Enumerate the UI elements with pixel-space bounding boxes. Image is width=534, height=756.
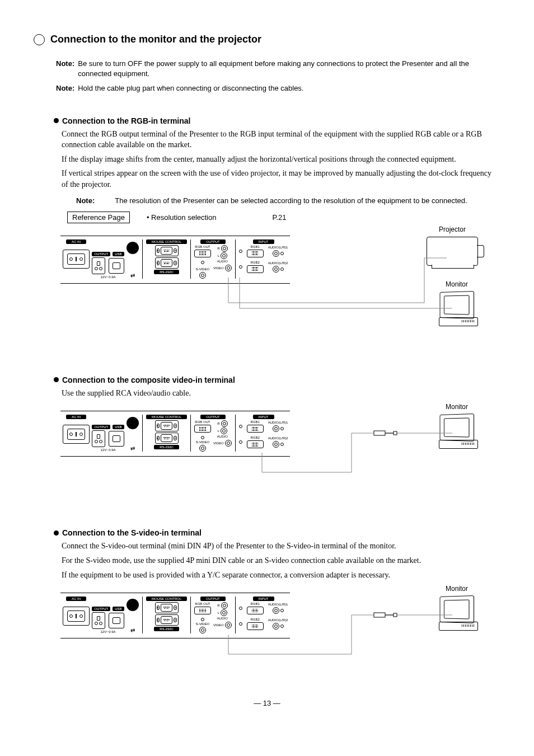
label-input: INPUT: [253, 240, 274, 244]
svg-rect-1: [394, 431, 397, 435]
page-heading: Connection to the monitor and the projec…: [34, 34, 500, 45]
label-acin: AC IN: [66, 240, 86, 244]
reference-page: P.21: [272, 213, 286, 222]
section-1-p2: If the display image shifts from the cen…: [62, 154, 495, 165]
section-3-p1: Connect the S-video-out terminal (mini D…: [62, 541, 495, 552]
label-l: L: [218, 254, 219, 257]
section-1-p1: Connect the RGB output terminal of the P…: [62, 129, 495, 151]
section-3-heading: Connection to the S-video-in terminal: [54, 528, 500, 537]
monitor-icon: [439, 292, 475, 326]
section-3-p2: For the S-video mode, use the supplied 4…: [62, 555, 495, 566]
label-projector: Projector: [439, 226, 466, 233]
label-monitor: Monitor: [446, 585, 468, 593]
projector-icon: [427, 237, 478, 266]
section-3-title: Connection to the S-video-in terminal: [62, 528, 202, 537]
section-2-title: Connection to the composite video-in ter…: [62, 375, 235, 384]
bullet-icon: [54, 118, 59, 123]
page-number: — 13 —: [34, 699, 500, 707]
label-monitor: Monitor: [446, 403, 468, 411]
note-2: Note: Hold the cable plug part when conn…: [56, 83, 500, 93]
label-audio: AUDIO: [217, 260, 228, 263]
section-1-title: Connection to the RGB-in terminal: [62, 116, 190, 125]
label-video: VIDEO: [213, 266, 224, 270]
diagram-3: AC IN OUTPUT USB: [60, 587, 500, 671]
monitor-icon: [439, 414, 475, 449]
connector-panel: AC IN OUTPUT USB: [60, 593, 290, 638]
reference-box: Reference Page: [67, 212, 130, 223]
heading-text: Connection to the monitor and the projec…: [50, 34, 261, 45]
section-1-note: Note: The resolution of the Presenter ca…: [76, 196, 500, 206]
label-svideo: S-VIDEO: [196, 267, 210, 271]
label-output-section: OUTPUT: [200, 240, 226, 244]
connector-panel: AC IN OUTPUT USB: [60, 236, 290, 284]
section-2-heading: Connection to the composite video-in ter…: [54, 375, 500, 384]
section-1-heading: Connection to the RGB-in terminal: [54, 116, 500, 125]
label-output-small: OUTPUT: [92, 252, 110, 256]
label-volt: 12V⎓0.9A: [100, 275, 115, 279]
diagram-2: AC IN OUTPUT USB: [60, 405, 500, 489]
label-rgb1: RGB1: [251, 245, 260, 248]
diagram-1: AC IN OUTPUT USB: [60, 230, 500, 342]
circle-bullet-icon: [34, 34, 45, 45]
label-usb: USB: [113, 252, 124, 256]
section-1-p3: If vertical stripes appear on the screen…: [62, 168, 495, 190]
label-audio2: AUDIO(L/R)2: [268, 261, 288, 265]
bullet-icon: [54, 530, 59, 536]
svg-rect-3: [394, 613, 397, 617]
label-rs232c: RS-232C: [154, 270, 179, 274]
note-label: Note:: [56, 59, 74, 79]
connector-panel: AC IN OUTPUT USB: [60, 411, 290, 457]
note-text: Hold the cable plug part when connecting…: [78, 83, 303, 93]
svg-rect-2: [374, 613, 385, 617]
label-audio1: AUDIO(L/R)1: [268, 246, 288, 249]
label-rgbout: RGB OUT: [195, 245, 210, 248]
monitor-icon: [439, 596, 475, 631]
reference-row: Reference Page • Resolution selection P.…: [67, 212, 500, 223]
label-rgb2: RGB2: [251, 261, 260, 264]
section-3-p3: If the equipment to be used is provided …: [62, 570, 495, 581]
note-label: Note:: [56, 83, 74, 93]
reference-item: • Resolution selection: [147, 213, 217, 222]
note-1: Note: Be sure to turn OFF the power supp…: [56, 59, 500, 79]
note-label: Note:: [76, 196, 95, 206]
label-monitor: Monitor: [446, 280, 468, 288]
svg-rect-0: [374, 431, 385, 435]
note-text: Be sure to turn OFF the power supply to …: [78, 59, 500, 79]
label-mouse: MOUSE CONTROL: [146, 240, 187, 244]
section-2-p1: Use the supplied RCA video/audio cable.: [62, 388, 495, 399]
bullet-icon: [54, 377, 59, 382]
label-r: R: [217, 247, 219, 250]
note-text: The resolution of the Presenter can be s…: [115, 196, 467, 206]
